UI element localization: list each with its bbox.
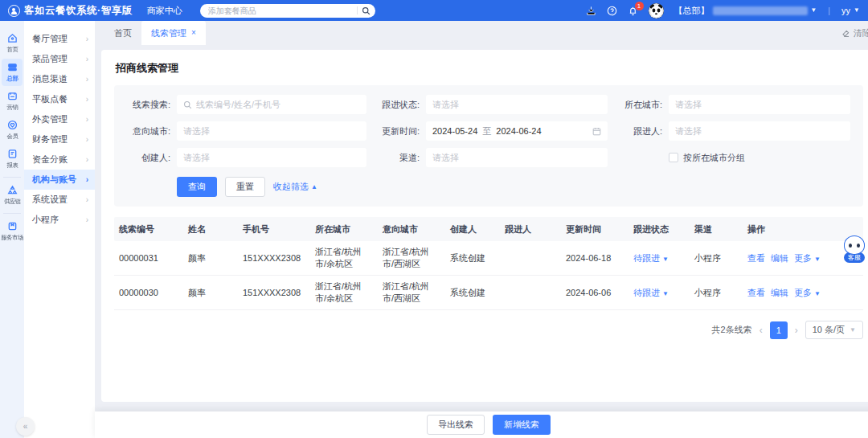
tab-bar: 首页 线索管理 × 清除 [95, 21, 868, 45]
sidebar-collapse-button[interactable]: « [16, 417, 35, 436]
follow-status-select[interactable]: 请选择 [426, 95, 608, 114]
creator-select[interactable]: 请选择 [177, 148, 366, 167]
column-header-5: 创建人 [445, 223, 500, 235]
export-leads-button[interactable]: 导出线索 [427, 415, 485, 435]
tab-home[interactable]: 首页 [104, 21, 141, 45]
headquarters-icon [7, 62, 18, 72]
update-time-range[interactable]: 2024-05-24 至 2024-06-24 [426, 121, 608, 141]
pagination: 共2条线索 ‹ 1 › 10 条/页 ▼ [114, 321, 863, 339]
tab-lead-management[interactable]: 线索管理 × [141, 21, 206, 45]
sidebar-item-headquarters[interactable]: 总部 [2, 59, 23, 86]
leads-table: 线索编号姓名手机号所在城市意向城市创建人跟进人更新时间跟进状态渠道操作 0000… [114, 217, 863, 310]
menu-item-8[interactable]: 系统设置› [24, 190, 95, 210]
search-icon[interactable] [362, 6, 371, 15]
content-card: 招商线索管理 线索搜索: 跟进状态: 请选择 所在城市: 请选择 意向城市: 请… [101, 50, 868, 402]
menu-item-5[interactable]: 财务管理› [24, 129, 95, 149]
follower-select[interactable]: 请选择 [669, 121, 850, 141]
menu-sidebar-list: 餐厅管理›菜品管理›消息渠道›平板点餐›外卖管理›财务管理›资金分账›机构与账号… [24, 29, 95, 230]
channel-select[interactable]: 请选择 [426, 148, 608, 167]
page-size-select[interactable]: 10 条/页 ▼ [805, 321, 863, 339]
more-link[interactable]: 更多 ▼ [794, 287, 821, 299]
next-page-button[interactable]: › [795, 325, 798, 336]
date-separator: 至 [482, 125, 491, 137]
customer-service-widget[interactable]: 客服 [842, 235, 866, 263]
menu-item-7[interactable]: 机构与账号› [24, 170, 95, 190]
menu-item-1[interactable]: 菜品管理› [24, 49, 95, 69]
view-link[interactable]: 查看 [747, 287, 765, 299]
add-lead-button[interactable]: 新增线索 [493, 415, 551, 435]
current-city-select[interactable]: 请选择 [669, 95, 850, 114]
column-header-1: 姓名 [183, 223, 238, 235]
menu-item-6[interactable]: 资金分账› [24, 149, 95, 170]
menu-item-4[interactable]: 外卖管理› [24, 109, 95, 129]
current-city-label: 所在城市: [608, 99, 669, 111]
chevron-right-icon: › [86, 75, 88, 84]
cell-phone: 151XXXX2308 [238, 283, 310, 303]
more-link[interactable]: 更多 ▼ [794, 252, 821, 264]
lead-search-field[interactable] [177, 95, 366, 114]
close-icon[interactable]: × [191, 29, 196, 37]
org-switcher[interactable]: 【总部】 ▼ [674, 5, 817, 17]
column-header-7: 更新时间 [561, 223, 628, 235]
cell-channel: 小程序 [690, 283, 743, 303]
checkbox-icon[interactable] [669, 153, 678, 162]
page-number-button[interactable]: 1 [770, 321, 788, 339]
creator-label: 创建人: [127, 152, 177, 164]
edit-link[interactable]: 编辑 [771, 252, 788, 264]
sidebar-item-marketing[interactable]: 营销 [2, 88, 23, 115]
chevron-down-icon: ▼ [814, 290, 821, 297]
view-link[interactable]: 查看 [747, 252, 765, 264]
cell-status[interactable]: 待跟进 ▼ [628, 283, 690, 303]
sidebar-item-member[interactable]: 会员 [2, 117, 23, 144]
cell-intent-city: 浙江省/杭州市/西湖区 [378, 276, 445, 309]
cell-updated: 2024-06-18 [561, 248, 628, 268]
table-row: 00000031颜率151XXXX2308浙江省/杭州市/余杭区浙江省/杭州市/… [114, 241, 863, 276]
user-menu[interactable]: yy ▼ [841, 6, 860, 15]
intent-city-select[interactable]: 请选择 [177, 121, 366, 141]
sidebar-item-home[interactable]: 首页 [2, 30, 23, 57]
sidebar-item-supply-chain[interactable]: 供应链 [2, 182, 23, 209]
member-icon [7, 120, 18, 130]
brand-title: 客如云餐饮系统·智享版 [24, 4, 133, 18]
cell-follower [500, 254, 561, 262]
prev-page-button[interactable]: ‹ [760, 325, 763, 336]
column-header-10: 操作 [743, 223, 863, 235]
cell-actions: 查看编辑更多 ▼ [743, 283, 863, 303]
edit-link[interactable]: 编辑 [771, 287, 788, 299]
menu-item-3[interactable]: 平板点餐› [24, 89, 95, 109]
total-count-text: 共2条线索 [712, 324, 752, 336]
menu-item-2[interactable]: 消息渠道› [24, 69, 95, 89]
sidebar-item-service-market[interactable]: 服务市场 [2, 218, 23, 245]
notifications-button[interactable]: 1 [628, 6, 638, 16]
header-divider: | [828, 6, 830, 15]
global-search-input[interactable] [208, 6, 353, 15]
cell-name: 颜率 [183, 248, 238, 268]
clear-tabs-button[interactable]: 清除 [841, 27, 868, 39]
date-start[interactable]: 2024-05-24 [432, 126, 477, 136]
download-icon[interactable] [586, 6, 596, 16]
menu-item-label: 菜品管理 [32, 53, 86, 65]
customer-service-icon [844, 235, 865, 255]
chevron-right-icon: › [86, 55, 88, 63]
sidebar-item-report[interactable]: 报表 [2, 145, 23, 173]
sidebar-divider [3, 177, 21, 178]
query-button[interactable]: 查询 [177, 177, 217, 197]
help-icon[interactable] [607, 6, 617, 16]
user-avatar[interactable] [649, 3, 664, 18]
reset-button[interactable]: 重置 [225, 177, 265, 197]
chevron-right-icon: › [86, 155, 88, 164]
merchant-center-link[interactable]: 商家中心 [147, 5, 182, 17]
report-icon [7, 149, 18, 159]
lead-search-input[interactable] [196, 100, 360, 109]
collapse-filter-link[interactable]: 收起筛选 ▲ [273, 181, 317, 193]
chevron-down-icon: ▼ [854, 7, 860, 14]
menu-item-9[interactable]: 小程序› [24, 210, 95, 230]
cell-updated: 2024-06-06 [561, 283, 628, 303]
date-end[interactable]: 2024-06-24 [496, 126, 541, 136]
group-by-city-option[interactable]: 按所在城市分组 [669, 152, 850, 164]
chevron-up-icon: ▲ [311, 183, 317, 190]
cell-status[interactable]: 待跟进 ▼ [628, 248, 690, 268]
global-search-box[interactable] [200, 4, 375, 18]
menu-item-0[interactable]: 餐厅管理› [24, 29, 95, 49]
column-header-0: 线索编号 [114, 223, 183, 235]
